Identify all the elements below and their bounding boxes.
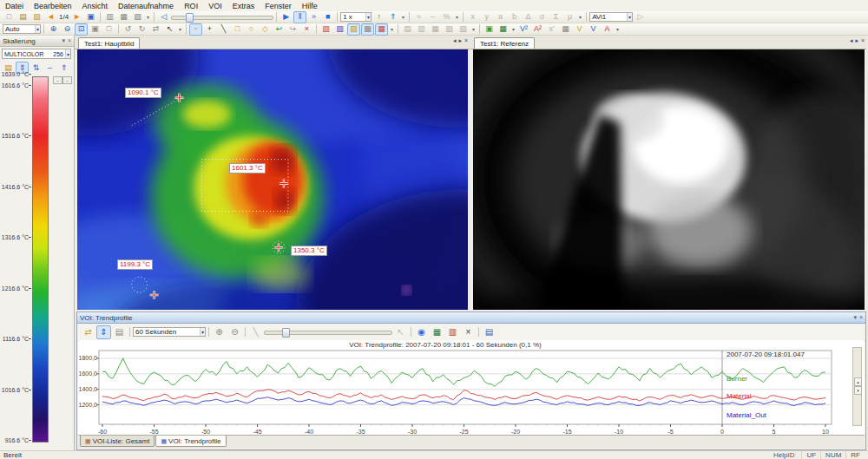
delete-roi-icon[interactable]: × — [300, 23, 313, 36]
mask-1-icon[interactable]: ▤ — [401, 23, 414, 36]
percent-icon[interactable]: % — [440, 11, 453, 23]
avi-combo[interactable]: AVi1▾ — [589, 12, 633, 22]
draw-polygon-icon[interactable]: ◇ — [259, 23, 272, 36]
stat-sum-icon[interactable]: Σ — [549, 11, 562, 23]
rotate-left-icon[interactable]: ↺ — [122, 23, 135, 36]
draw-ellipse-icon[interactable]: ○ — [245, 23, 258, 36]
menu-hilfe[interactable]: Hilfe — [297, 2, 323, 10]
export-icon[interactable]: ▧ — [131, 11, 144, 23]
voi-grid-icon[interactable]: ▦ — [559, 23, 572, 36]
dock-tab-voi-liste[interactable]: ▦VOI-Liste: Gesamt — [80, 436, 155, 447]
prev-frame-icon[interactable]: ◄ — [44, 11, 57, 23]
clear-chart-icon[interactable]: × — [461, 325, 476, 339]
scroll-down-icon[interactable]: ▾ — [854, 386, 862, 395]
reference-image[interactable] — [473, 49, 865, 310]
tab-referenz[interactable]: Test1: Referenz — [474, 37, 535, 49]
annotation-label[interactable]: 1090.1 °C — [125, 88, 161, 98]
play-icon[interactable]: ▶ — [279, 11, 293, 23]
tab-scroll-left-icon[interactable]: ◂ — [850, 37, 853, 44]
legend-material-out[interactable]: Material_Out — [727, 411, 766, 419]
unlink-icon[interactable]: – — [426, 11, 439, 23]
close-icon[interactable]: × — [859, 314, 863, 321]
mask-3-icon[interactable]: ▦ — [429, 23, 442, 36]
tab-hauptbild[interactable]: Test1: Hauptbild — [78, 37, 140, 49]
menu-bearbeiten[interactable]: Bearbeiten — [29, 2, 77, 10]
open-icon[interactable]: ▨ — [30, 11, 43, 23]
next-frame-icon[interactable]: ► — [70, 11, 83, 23]
roi-paste-icon[interactable]: ▦ — [375, 23, 388, 36]
stat-y-icon[interactable]: y — [480, 11, 493, 23]
audio-icon[interactable]: ◁ — [157, 11, 170, 23]
stat-delta-icon[interactable]: Δ — [522, 11, 535, 23]
menu-extras[interactable]: Extras — [227, 2, 260, 10]
print-icon[interactable]: ▤ — [482, 325, 496, 339]
chevron-down-icon[interactable]: ▾ — [200, 328, 205, 336]
record-icon[interactable]: ↑ — [372, 11, 385, 23]
seek-slider[interactable] — [171, 13, 273, 21]
voi-ax-icon[interactable]: A — [601, 23, 614, 36]
copy-icon[interactable]: ▥ — [103, 11, 116, 23]
close-icon[interactable]: × — [68, 37, 71, 44]
undo-icon[interactable]: ↩ — [273, 23, 286, 36]
actual-size-icon[interactable]: ▣ — [89, 23, 102, 36]
voi-new-icon[interactable]: ▣ — [483, 23, 496, 36]
menu-ansicht[interactable]: Ansicht — [77, 2, 114, 10]
add-point-icon[interactable]: + — [203, 23, 216, 36]
level-icon[interactable]: – — [43, 62, 56, 74]
trend-pen-icon[interactable]: ╲ — [248, 325, 263, 339]
export-image-icon[interactable]: ▥ — [445, 325, 460, 339]
stop-icon[interactable]: ■ — [321, 11, 334, 23]
pointer-icon[interactable]: ↖ — [163, 23, 176, 36]
speed-combo[interactable]: 1 x▾ — [340, 12, 372, 22]
roi-cold-icon[interactable]: ▧ — [333, 23, 346, 36]
roi-copy-icon[interactable]: ▩ — [361, 23, 374, 36]
chevron-down-icon[interactable]: ▾ — [365, 13, 371, 21]
overflow-icon[interactable]: ▾ — [400, 14, 406, 20]
trend-marker-icon[interactable]: ↖ — [393, 325, 408, 339]
menu-fenster[interactable]: Fenster — [260, 2, 297, 10]
snapshot-icon[interactable]: ⇑ — [386, 11, 399, 23]
dock-tab-trendprofile[interactable]: ▦VOI: Trendprofile — [155, 436, 226, 447]
voi-vb-icon[interactable]: V — [573, 23, 586, 36]
trend-zoom-in-icon[interactable]: ⊕ — [212, 325, 227, 339]
zoom-in-icon[interactable]: ⊕ — [47, 23, 60, 36]
mask-2-icon[interactable]: ▥ — [415, 23, 428, 36]
overflow-icon[interactable]: ▾ — [177, 26, 183, 32]
play-avi-icon[interactable]: ▷ — [634, 11, 647, 23]
menu-roi[interactable]: ROI — [179, 2, 203, 10]
trend-options-icon[interactable]: ▤ — [112, 325, 127, 339]
tab-close-icon[interactable]: × — [861, 37, 865, 44]
color-scale[interactable] — [32, 76, 49, 443]
fast-forward-icon[interactable]: » — [307, 11, 320, 23]
stat-x-icon[interactable]: x — [466, 11, 479, 23]
overflow-icon[interactable]: ▾ — [470, 26, 477, 32]
mask-5-icon[interactable]: ▨ — [457, 23, 470, 36]
trend-position-slider[interactable] — [264, 328, 392, 336]
legend-material[interactable]: Material — [727, 392, 751, 400]
annotation-label[interactable]: 1601.3 °C — [229, 163, 266, 174]
menu-datenaufnahme[interactable]: Datenaufnahme — [113, 2, 179, 10]
overflow-icon[interactable]: ▾ — [454, 14, 460, 20]
mask-4-icon[interactable]: ▧ — [443, 23, 456, 36]
voi-table-icon[interactable]: ▦ — [496, 23, 510, 36]
overflow-icon[interactable]: ▾ — [510, 26, 516, 32]
stat-sigma-icon[interactable]: σ — [536, 11, 549, 23]
stat-b-icon[interactable]: b — [508, 11, 521, 23]
trend-zoom-out-icon[interactable]: ⊖ — [227, 325, 242, 339]
scale-spin-right[interactable]: – — [62, 76, 72, 84]
overflow-icon[interactable]: ▾ — [389, 26, 395, 32]
chart-scrollbar[interactable]: ▴ ▾ — [852, 347, 862, 426]
overflow-icon[interactable]: ▾ — [145, 14, 151, 20]
trend-chart[interactable]: VOI: Trendprofile: 2007-07-20 09:18:01 -… — [78, 340, 865, 435]
trend-refresh-icon[interactable]: ⇄ — [81, 325, 95, 339]
voi-va-icon[interactable]: V — [587, 23, 600, 36]
menu-voi[interactable]: VOI — [203, 2, 227, 10]
scale-mode-combo[interactable]: Auto▾ — [3, 24, 41, 34]
voi-x-icon[interactable]: x' — [545, 23, 558, 36]
draw-rect-icon[interactable]: □ — [231, 23, 244, 36]
flip-icon[interactable]: ⇄ — [149, 23, 162, 36]
manual-scale-icon[interactable]: ⇅ — [30, 62, 43, 74]
redo-icon[interactable]: ↪ — [286, 23, 299, 36]
pause-icon[interactable]: ‖ — [293, 11, 306, 23]
trend-legend-icon[interactable]: ◉ — [414, 325, 429, 339]
